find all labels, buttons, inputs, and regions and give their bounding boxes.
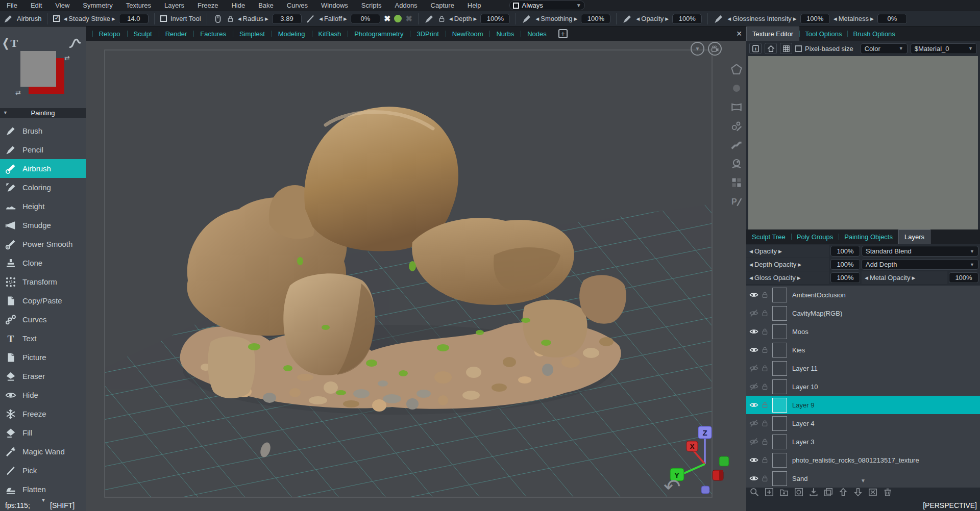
eye-icon[interactable] xyxy=(749,345,759,354)
arrow-up-icon[interactable] xyxy=(838,487,848,497)
circle-box-icon[interactable] xyxy=(794,487,804,497)
lock-icon[interactable] xyxy=(761,382,769,391)
swap-colors-icon[interactable]: ⇄ xyxy=(15,89,21,96)
layer-row-layer-9[interactable]: Layer 9 xyxy=(746,396,980,414)
layer-thumbnail[interactable] xyxy=(772,306,787,321)
pencil-icon[interactable] xyxy=(714,14,724,24)
scene-canvas[interactable]: Z X Y ↶ xyxy=(86,41,745,511)
menu-capture[interactable]: Capture xyxy=(424,2,461,9)
menu-curves[interactable]: Curves xyxy=(280,2,314,9)
always-dropdown[interactable]: Always ▼ xyxy=(509,1,585,10)
lock-icon[interactable] xyxy=(761,456,769,464)
tool-hide[interactable]: Hide xyxy=(0,386,86,404)
lock-icon[interactable] xyxy=(761,346,769,354)
tab-tool-options[interactable]: Tool Options xyxy=(799,27,847,41)
layer-thumbnail[interactable] xyxy=(772,379,787,394)
chevron-down-icon[interactable]: ▼ xyxy=(41,497,46,503)
tab-painting-objects[interactable]: Painting Objects xyxy=(839,229,898,244)
channel-dropdown[interactable]: Color▼ xyxy=(861,43,908,54)
pentagon-icon[interactable] xyxy=(730,63,743,75)
gloss-opacity-field[interactable]: 100% xyxy=(830,272,860,283)
green-circle-icon[interactable] xyxy=(394,15,402,22)
workspace-tab-nodes[interactable]: Nodes xyxy=(521,27,553,41)
p-brush-icon[interactable]: P xyxy=(730,195,743,208)
tool-freeze[interactable]: Freeze xyxy=(0,404,86,423)
opacity-field[interactable]: 100% xyxy=(672,14,702,24)
pixel-based-size-checkbox[interactable] xyxy=(795,45,802,52)
tab-sculpt-tree[interactable]: Sculpt Tree xyxy=(746,229,791,244)
eye-off-icon[interactable] xyxy=(749,382,759,391)
blend-mode-dropdown[interactable]: Standard Blend▼ xyxy=(862,246,978,257)
smoothing-field[interactable]: 100% xyxy=(581,14,610,24)
tab-poly-groups[interactable]: Poly Groups xyxy=(791,229,839,244)
menu-windows[interactable]: Windows xyxy=(314,2,355,9)
menu-hide[interactable]: Hide xyxy=(225,2,252,9)
tool-smudge[interactable]: Smudge xyxy=(0,216,86,235)
invert-tool-checkbox[interactable] xyxy=(160,15,167,22)
mouse-icon[interactable] xyxy=(213,14,223,24)
layer-row-cavitymap-rgb-[interactable]: CavityMap(RGB) xyxy=(746,304,980,322)
workspace-tab-sculpt[interactable]: Sculpt xyxy=(127,27,159,41)
menu-edit[interactable]: Edit xyxy=(24,2,48,9)
text-pointer-icon[interactable]: ❬T xyxy=(1,37,18,50)
menu-symmetry[interactable]: Symmetry xyxy=(76,2,119,9)
tool-flatten[interactable]: Flatten xyxy=(0,480,86,499)
x-dark-icon[interactable]: ✖ xyxy=(405,14,412,23)
lock-icon[interactable] xyxy=(761,364,769,372)
plus-box-icon[interactable] xyxy=(764,487,774,497)
tool-pick[interactable]: Pick xyxy=(0,461,86,480)
file-info-icon[interactable]: i xyxy=(749,43,762,54)
workspace-tab-photogrammetry[interactable]: Photogrammetry xyxy=(348,27,410,41)
tool-section-header[interactable]: ▼ Painting xyxy=(0,108,86,118)
opacity-spinner[interactable]: Opacity xyxy=(636,15,669,22)
workspace-tab-newroom[interactable]: NewRoom xyxy=(446,27,490,41)
lock-icon[interactable] xyxy=(227,14,234,24)
layer-thumbnail[interactable] xyxy=(772,343,787,357)
tool-eraser[interactable]: Eraser xyxy=(0,367,86,386)
layer-thumbnail[interactable] xyxy=(772,324,787,339)
lock-icon[interactable] xyxy=(761,327,769,336)
metal-opacity-spinner[interactable]: Metal Opacity xyxy=(862,271,947,284)
always-checkbox[interactable] xyxy=(513,3,519,9)
menu-scripts[interactable]: Scripts xyxy=(355,2,388,9)
lock-icon[interactable] xyxy=(761,419,769,427)
pen-icon[interactable] xyxy=(305,14,315,24)
lock-icon[interactable] xyxy=(438,14,446,24)
swap-colors-icon[interactable]: ⇄ xyxy=(64,54,70,62)
menu-bake[interactable]: Bake xyxy=(252,2,280,9)
eye-off-icon[interactable] xyxy=(749,364,759,373)
checker-icon[interactable] xyxy=(730,176,743,189)
tool-text[interactable]: TText xyxy=(0,329,86,348)
depth-opacity-field[interactable]: 100% xyxy=(830,259,860,270)
camera-circle-icon[interactable] xyxy=(708,42,722,56)
folder-plus-icon[interactable] xyxy=(779,487,789,497)
eye-icon[interactable] xyxy=(749,290,759,299)
pencil-icon[interactable] xyxy=(522,14,532,24)
steady-stroke-field[interactable]: 14.0 xyxy=(119,14,149,24)
eye-icon[interactable] xyxy=(749,455,759,465)
layer-thumbnail[interactable] xyxy=(772,416,787,431)
depth-field[interactable]: 100% xyxy=(480,14,510,24)
workspace-tab-3dprint[interactable]: 3DPrint xyxy=(410,27,445,41)
eye-off-icon[interactable] xyxy=(749,419,759,428)
layer-thumbnail[interactable] xyxy=(772,435,787,449)
lock-icon[interactable] xyxy=(761,438,769,446)
layer-row-moos[interactable]: Moos xyxy=(746,322,980,341)
layer-row-layer-10[interactable]: Layer 10 xyxy=(746,377,980,396)
chevron-down-icon[interactable]: ▼ xyxy=(746,478,980,483)
tool-fill[interactable]: Fill xyxy=(0,423,86,442)
falloff-spinner[interactable]: Falloff xyxy=(319,15,347,22)
gloss-opacity-spinner[interactable]: Gloss Opacity xyxy=(746,271,829,284)
metalness-field[interactable]: 0% xyxy=(877,14,907,24)
layer-row-kies[interactable]: Kies xyxy=(746,341,980,359)
menu-textures[interactable]: Textures xyxy=(119,2,158,9)
material-dropdown[interactable]: $Material_0▼ xyxy=(911,43,977,54)
gears-brush-icon[interactable] xyxy=(730,120,743,132)
workspace-tab-nurbs[interactable]: Nurbs xyxy=(489,27,521,41)
x-white-icon[interactable]: ✖ xyxy=(384,14,390,23)
tool-power-smooth[interactable]: Power Smooth xyxy=(0,235,86,253)
lock-icon[interactable] xyxy=(761,309,769,317)
tool-height[interactable]: Height xyxy=(0,197,86,216)
layer-thumbnail[interactable] xyxy=(772,288,787,302)
viewport-3d[interactable]: Z X Y ↶ ▼ P xyxy=(86,41,745,511)
